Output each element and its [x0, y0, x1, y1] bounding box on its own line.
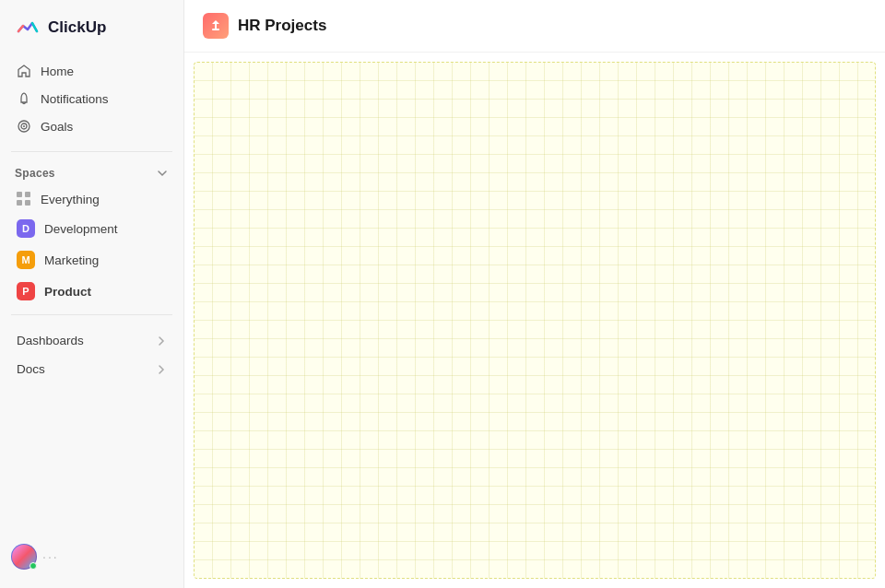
online-status-dot	[30, 562, 37, 570]
sidebar-item-notifications[interactable]: Notifications	[7, 85, 176, 112]
svg-rect-3	[212, 29, 219, 30]
divider-1	[11, 151, 172, 152]
development-badge: D	[17, 219, 35, 238]
clickup-logo-icon	[15, 15, 41, 41]
grid-icon	[17, 192, 31, 206]
sidebar-item-docs[interactable]: Docs	[7, 355, 176, 383]
svg-point-2	[23, 125, 25, 127]
bell-icon	[17, 91, 31, 106]
chevron-down-icon	[156, 167, 169, 180]
hr-projects-icon	[203, 13, 229, 39]
logo[interactable]: ClickUp	[0, 0, 183, 53]
dashboards-left: Dashboards	[17, 334, 84, 347]
main-header: HR Projects	[184, 0, 885, 53]
target-icon	[17, 119, 31, 134]
development-label: Development	[44, 222, 118, 236]
sidebar-footer[interactable]: ···	[0, 535, 183, 579]
chevron-right-icon	[156, 335, 167, 347]
dashboards-label: Dashboards	[17, 334, 84, 347]
sidebar-item-product[interactable]: P Product	[7, 276, 176, 307]
footer-ellipsis: ···	[42, 549, 59, 564]
chevron-right-icon-docs	[156, 364, 167, 375]
docs-left: Docs	[17, 362, 45, 376]
divider-2	[11, 314, 172, 315]
user-avatar-wrapper	[11, 544, 37, 570]
docs-label: Docs	[17, 362, 45, 376]
product-badge: P	[17, 282, 35, 300]
sidebar-item-home[interactable]: Home	[7, 57, 176, 85]
main-content: HR Projects	[184, 0, 885, 588]
sidebar: ClickUp Home Notifications	[0, 0, 184, 588]
goals-label: Goals	[41, 120, 73, 134]
sidebar-item-marketing[interactable]: M Marketing	[7, 244, 176, 276]
page-title: HR Projects	[238, 17, 326, 35]
content-area	[194, 62, 876, 579]
product-label: Product	[44, 285, 91, 299]
spaces-label: Spaces	[15, 167, 55, 180]
sidebar-sections: Dashboards Docs	[7, 326, 176, 383]
sidebar-navigation: Home Notifications Goals	[0, 53, 183, 144]
spaces-header[interactable]: Spaces	[0, 159, 183, 185]
notifications-label: Notifications	[41, 92, 109, 106]
everything-label: Everything	[41, 193, 100, 206]
sidebar-item-goals[interactable]: Goals	[7, 112, 176, 140]
app-name: ClickUp	[48, 18, 106, 37]
marketing-label: Marketing	[44, 253, 99, 267]
marketing-badge: M	[17, 251, 35, 269]
sidebar-item-development[interactable]: D Development	[7, 213, 176, 244]
home-icon	[17, 64, 31, 78]
home-label: Home	[41, 65, 74, 78]
sidebar-item-everything[interactable]: Everything	[7, 185, 176, 213]
sidebar-item-dashboards[interactable]: Dashboards	[7, 326, 176, 355]
